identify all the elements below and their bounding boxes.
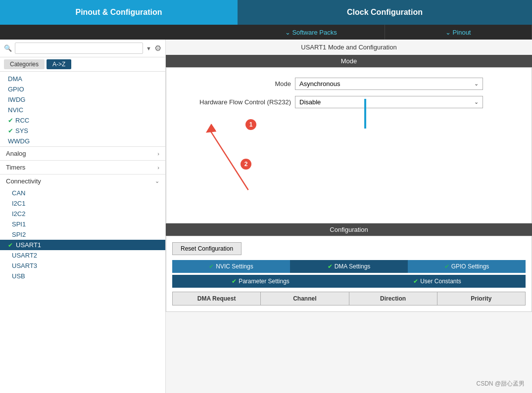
user-constants-check-icon: ✔ (413, 278, 418, 285)
annotation-circle-2: 2 (241, 159, 251, 170)
sidebar-item-i2c2[interactable]: I2C2 (0, 209, 165, 219)
sidebar-item-rcc[interactable]: ✔ RCC (0, 115, 165, 126)
scrollbar-indicator[interactable] (364, 99, 366, 129)
col-channel: Channel (261, 292, 349, 305)
sidebar-item-usart3[interactable]: USART3 (0, 261, 165, 271)
reset-config-button[interactable]: Reset Configuration (172, 242, 242, 255)
tab-dma-settings[interactable]: ✔ DMA Settings (290, 260, 408, 273)
mode-section-header: Mode (166, 55, 532, 67)
section-analog-arrow: › (157, 151, 159, 157)
hw-flow-label: Hardware Flow Control (RS232) (181, 98, 295, 106)
sidebar-item-nvic[interactable]: NVIC (0, 105, 165, 115)
dma-check-icon: ✔ (328, 263, 333, 270)
annotation-circle-1: 1 (245, 119, 256, 130)
section-connectivity-label: Connectivity (6, 177, 41, 185)
sidebar: 🔍 ▼ ⚙ Categories A->Z DMA GPIO IWDG NVIC… (0, 40, 166, 393)
tab-az[interactable]: A->Z (47, 59, 71, 69)
col-direction: Direction (349, 292, 437, 305)
sidebar-item-spi2[interactable]: SPI2 (0, 229, 165, 240)
config-tabs-row1: ✔ NVIC Settings ✔ DMA Settings ✔ GPIO Se… (172, 260, 526, 273)
sidebar-item-i2c1[interactable]: I2C1 (0, 198, 165, 209)
sidebar-item-iwdg[interactable]: IWDG (0, 94, 165, 105)
section-analog[interactable]: Analog › (0, 146, 165, 160)
tab-user-constants[interactable]: ✔ User Constants (349, 275, 526, 288)
hw-flow-select[interactable]: Disable ⌄ (295, 96, 483, 108)
col-priority: Priority (437, 292, 525, 305)
annotation-arrow (181, 114, 517, 213)
section-timers-arrow: › (157, 165, 159, 171)
sidebar-item-spi1[interactable]: SPI1 (0, 219, 165, 229)
sidebar-item-wwdg[interactable]: WWDG (0, 136, 165, 146)
tab-categories[interactable]: Categories (4, 59, 45, 69)
gear-icon[interactable]: ⚙ (154, 44, 161, 53)
sidebar-item-usart1[interactable]: ✔ USART1 (0, 240, 165, 250)
tab-gpio-settings[interactable]: ✔ GPIO Settings (408, 260, 526, 273)
mode-area: Mode Asynchronous ⌄ Hardware Flow Contro… (166, 67, 532, 223)
config-section-header: Configuration (166, 223, 532, 236)
search-bar: 🔍 ▼ ⚙ (0, 40, 165, 57)
mode-row: Mode Asynchronous ⌄ (181, 78, 517, 90)
annotation-area: 1 2 (181, 114, 517, 213)
section-analog-label: Analog (6, 150, 26, 157)
mode-select-caret: ⌄ (474, 81, 479, 87)
sidebar-item-can[interactable]: CAN (0, 188, 165, 198)
hw-flow-caret: ⌄ (474, 99, 479, 105)
pinout-menu[interactable]: ⌄ Pinout (385, 25, 532, 40)
tab-nvic-settings[interactable]: ✔ NVIC Settings (172, 260, 290, 273)
mode-select-value: Asynchronous (299, 80, 340, 87)
watermark: CSDN @甜心孟男 (476, 380, 525, 388)
param-check-icon: ✔ (232, 278, 237, 285)
mode-select[interactable]: Asynchronous ⌄ (295, 78, 483, 90)
software-packs-menu[interactable]: ⌄ Software Packs (238, 25, 385, 40)
config-body: Reset Configuration ✔ NVIC Settings ✔ DM… (166, 236, 532, 312)
sidebar-item-usb[interactable]: USB (0, 271, 165, 281)
usart1-check-icon: ✔ (8, 242, 13, 249)
content-title: USART1 Mode and Configuration (166, 40, 532, 55)
gpio-check-icon: ✔ (444, 263, 449, 270)
section-timers[interactable]: Timers › (0, 160, 165, 174)
main-content: USART1 Mode and Configuration Mode Mode … (166, 40, 532, 393)
section-connectivity-arrow: ⌄ (155, 178, 159, 184)
sidebar-tabs: Categories A->Z (0, 57, 165, 72)
tab-parameter-settings[interactable]: ✔ Parameter Settings (172, 275, 349, 288)
sidebar-item-dma[interactable]: DMA (0, 74, 165, 84)
search-input[interactable] (15, 43, 143, 54)
search-icon: 🔍 (4, 44, 12, 52)
config-tabs-row2: ✔ Parameter Settings ✔ User Constants (172, 275, 526, 288)
pinout-config-tab[interactable]: Pinout & Configuration (0, 0, 238, 25)
dma-table-header: DMA Request Channel Direction Priority (172, 292, 526, 306)
section-connectivity[interactable]: Connectivity ⌄ (0, 174, 165, 188)
config-section: Configuration Reset Configuration ✔ NVIC… (166, 223, 532, 312)
clock-config-tab[interactable]: Clock Configuration (238, 0, 532, 25)
sidebar-item-sys[interactable]: ✔ SYS (0, 126, 165, 136)
hw-flow-value: Disable (299, 98, 321, 106)
search-chevron-icon: ▼ (146, 45, 151, 51)
nvic-check-icon: ✔ (209, 263, 214, 270)
col-dma-request: DMA Request (173, 292, 261, 305)
hw-flow-row: Hardware Flow Control (RS232) Disable ⌄ (181, 96, 517, 108)
mode-label: Mode (181, 80, 295, 87)
section-timers-label: Timers (6, 164, 25, 171)
sidebar-item-usart2[interactable]: USART2 (0, 250, 165, 261)
sidebar-content: DMA GPIO IWDG NVIC ✔ RCC ✔ SYS WWDG Anal… (0, 72, 165, 393)
sidebar-item-gpio[interactable]: GPIO (0, 84, 165, 94)
